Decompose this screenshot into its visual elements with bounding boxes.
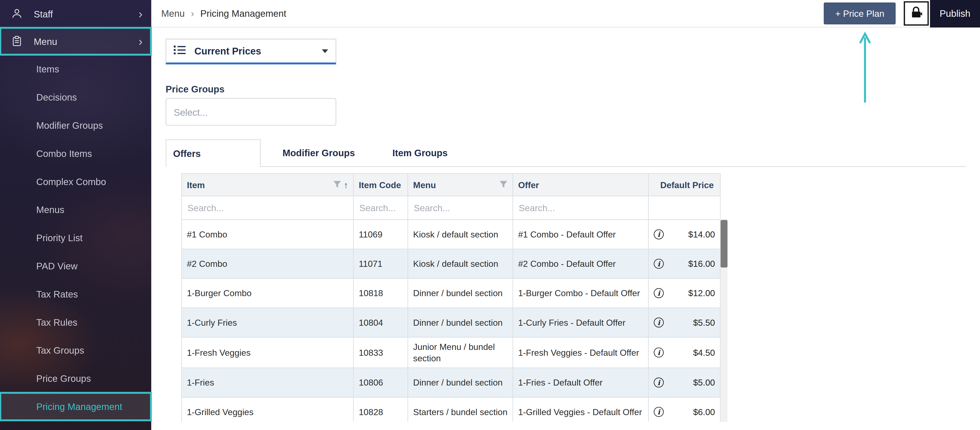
table-row[interactable]: #2 Combo11071Kiosk / default section#2 C…: [181, 249, 720, 279]
price-plan-button[interactable]: + Price Plan: [824, 3, 896, 24]
search-input-item[interactable]: [182, 196, 353, 219]
cell-offer: #2 Combo - Default Offer: [513, 249, 648, 279]
info-icon[interactable]: i: [654, 229, 664, 239]
main-area: Menu › Pricing Management + Price Plan P…: [151, 0, 980, 430]
info-icon[interactable]: i: [654, 317, 664, 328]
price-groups-select[interactable]: Select...: [165, 98, 336, 126]
table-row[interactable]: 1-Burger Combo10818Dinner / bundel secti…: [181, 279, 720, 308]
cell-item: 1-Curly Fries: [181, 308, 353, 337]
sidebar-item-combo-items[interactable]: Combo Items: [0, 139, 151, 167]
price-table-container: Item ↑ Item Code: [181, 173, 728, 422]
cell-item: 1-Grilled Veggies: [181, 397, 353, 422]
cell-offer: 1-Fresh Veggies - Default Offer: [513, 337, 648, 368]
tab-offers[interactable]: Offers: [165, 139, 261, 167]
sidebar-item-staff[interactable]: Staff ›: [0, 0, 151, 27]
breadcrumb-separator-icon: ›: [191, 8, 194, 19]
staff-icon: [10, 7, 24, 21]
search-input-offer[interactable]: [513, 196, 648, 219]
tab-item-groups[interactable]: Item Groups: [377, 139, 463, 166]
price-value: $12.00: [688, 288, 715, 299]
column-header-offer[interactable]: Offer: [513, 174, 648, 196]
sidebar-item-decisions[interactable]: Decisions: [0, 83, 151, 111]
sidebar-item-tax-rules[interactable]: Tax Rules: [0, 308, 151, 336]
sidebar-item-complex-combo[interactable]: Complex Combo: [0, 167, 151, 196]
breadcrumb-current: Pricing Management: [200, 8, 286, 19]
cell-menu: Starters / bundel section: [408, 397, 513, 422]
sidebar-item-tax-groups[interactable]: Tax Groups: [0, 336, 151, 364]
column-header-item[interactable]: Item ↑: [181, 174, 353, 196]
price-groups-placeholder: Select...: [174, 107, 208, 117]
sort-ascending-icon[interactable]: ↑: [344, 180, 348, 190]
sidebar-item-price-groups[interactable]: Price Groups: [0, 364, 151, 392]
cell-item-code: 10828: [353, 397, 408, 422]
cell-default-price: i$12.00: [648, 279, 720, 308]
chevron-right-icon: ›: [138, 35, 142, 47]
column-header-item-code[interactable]: Item Code: [353, 174, 408, 196]
cell-item: 1-Fries: [181, 368, 353, 397]
filter-icon[interactable]: [333, 180, 341, 190]
cell-offer: 1-Fries - Default Offer: [513, 368, 648, 397]
column-header-menu[interactable]: Menu: [408, 174, 513, 196]
column-header-default-price[interactable]: Default Price: [648, 174, 720, 196]
info-icon[interactable]: i: [654, 407, 664, 417]
cell-menu: Dinner / bundel section: [408, 308, 513, 337]
list-icon: [174, 45, 186, 57]
chevron-right-icon: ›: [138, 8, 142, 20]
price-view-dropdown[interactable]: Current Prices: [165, 39, 336, 64]
cell-default-price: i$14.00: [648, 220, 720, 249]
cell-offer: 1-Grilled Veggies - Default Offer: [513, 397, 648, 422]
sidebar-item-tax-rates[interactable]: Tax Rates: [0, 280, 151, 308]
table-scrollbar[interactable]: [721, 219, 727, 422]
publish-button[interactable]: Publish: [930, 0, 980, 27]
lock-button[interactable]: [904, 1, 929, 25]
cell-item: #1 Combo: [181, 220, 353, 249]
search-input-menu[interactable]: [408, 196, 512, 219]
sidebar-item-priority-list[interactable]: Priority List: [0, 224, 151, 252]
table-row[interactable]: 1-Fries10806Dinner / bundel section1-Fri…: [181, 368, 720, 397]
info-icon[interactable]: i: [654, 259, 664, 269]
price-table-body: #1 Combo11069Kiosk / default section#1 C…: [181, 220, 720, 422]
cell-default-price: i$5.50: [648, 308, 720, 337]
price-value: $16.00: [688, 258, 715, 269]
cell-offer: 1-Curly Fries - Default Offer: [513, 308, 648, 337]
search-input-item-code[interactable]: [354, 196, 407, 219]
sidebar-item-menus[interactable]: Menus: [0, 196, 151, 224]
sidebar-item-items[interactable]: Items: [0, 55, 151, 83]
filter-icon[interactable]: [499, 180, 508, 190]
tab-modifier-groups[interactable]: Modifier Groups: [267, 139, 371, 166]
price-value: $14.00: [688, 229, 715, 240]
cell-default-price: i$6.00: [648, 397, 720, 422]
table-row[interactable]: 1-Grilled Veggies10828Starters / bundel …: [181, 397, 720, 422]
sidebar-item-menu[interactable]: Menu ›: [0, 27, 151, 55]
table-row[interactable]: 1-Fresh Veggies10833Junior Menu / bundel…: [181, 337, 720, 368]
topbar-actions: + Price Plan Publish: [824, 0, 980, 27]
tab-bar: Offers Modifier Groups Item Groups: [165, 139, 966, 167]
price-view-selected: Current Prices: [194, 45, 261, 57]
info-icon[interactable]: i: [654, 347, 664, 358]
info-icon[interactable]: i: [654, 377, 664, 387]
search-cell-empty: [648, 196, 720, 220]
scrollbar-thumb[interactable]: [721, 220, 727, 268]
price-value: $5.00: [693, 377, 715, 388]
info-icon[interactable]: i: [654, 288, 664, 298]
cell-default-price: i$16.00: [648, 249, 720, 279]
table-row[interactable]: #1 Combo11069Kiosk / default section#1 C…: [181, 220, 720, 249]
sidebar: Staff › Menu › ItemsDecisionsModifier Gr…: [0, 0, 151, 430]
price-value: $5.50: [693, 317, 715, 328]
sidebar-item-pricing-management[interactable]: Pricing Management: [0, 392, 151, 421]
price-value: $4.50: [693, 347, 715, 358]
search-row: [181, 196, 720, 220]
sidebar-item-pad-view[interactable]: PAD View: [0, 252, 151, 280]
cell-item-code: 10806: [353, 368, 408, 397]
cell-item-code: 10804: [353, 308, 408, 337]
sidebar-item-label: Staff: [34, 8, 53, 19]
cell-menu: Kiosk / default section: [408, 220, 513, 249]
lock-icon: [909, 5, 924, 22]
table-row[interactable]: 1-Curly Fries10804Dinner / bundel sectio…: [181, 308, 720, 337]
app-root: Staff › Menu › ItemsDecisionsModifier Gr…: [0, 0, 980, 430]
breadcrumb-menu[interactable]: Menu: [161, 8, 185, 19]
topbar: Menu › Pricing Management + Price Plan P…: [151, 0, 980, 27]
clipboard-icon: [10, 35, 24, 48]
sidebar-item-label: Menu: [34, 36, 57, 46]
sidebar-item-modifier-groups[interactable]: Modifier Groups: [0, 111, 151, 139]
